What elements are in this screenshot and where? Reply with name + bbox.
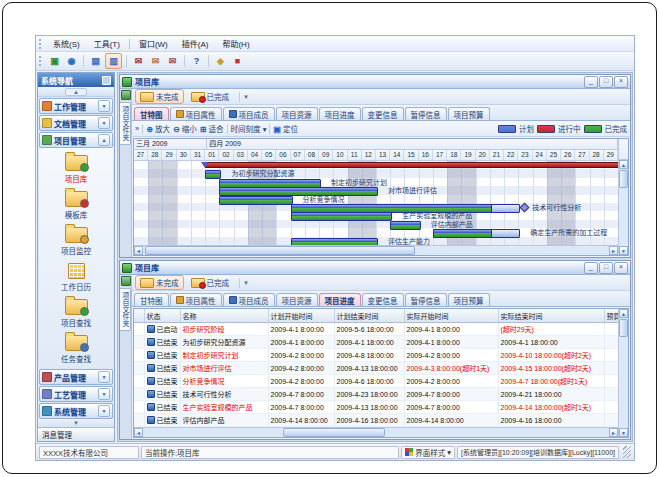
expand-icon[interactable]: ▼ — [98, 405, 110, 417]
table-row[interactable]: 已结束对市场进行评估2009-4-2 8:00:002009-4-13 18:0… — [134, 362, 618, 375]
folder-closed-icon[interactable]: ▤ — [88, 54, 103, 68]
gantt-bar[interactable] — [433, 229, 492, 238]
scroll-right-icon[interactable]: ► — [609, 428, 618, 437]
menu-item[interactable]: 系统(S) — [46, 37, 87, 50]
minimize-button[interactable]: _ — [584, 262, 598, 274]
menu-item[interactable]: 工具(T) — [87, 37, 127, 50]
tab-项目进度[interactable]: 项目进度 — [319, 107, 361, 120]
mail-new-icon[interactable]: ✉ — [165, 54, 180, 68]
gantt-bar[interactable] — [390, 221, 420, 230]
sidebar-group-项目管理[interactable]: 项目管理▲ — [39, 132, 113, 148]
scroll-thumb[interactable] — [283, 428, 386, 437]
time-scale-dropdown[interactable]: 时间刻度 ▾ — [231, 123, 267, 134]
sidebar-collapse[interactable]: ▲ — [38, 87, 114, 97]
tab-暂停信息[interactable]: 暂停信息 — [405, 293, 447, 306]
exit-icon[interactable]: ■ — [230, 54, 245, 68]
tab-项目进度[interactable]: 项目进度 — [319, 293, 361, 306]
sidebar-item-项目监控[interactable]: 项目监控 — [61, 223, 91, 256]
pin-icon[interactable] — [102, 76, 111, 85]
tab-变更信息[interactable]: 变更信息 — [362, 293, 404, 306]
filter-已完成[interactable]: 已完成 — [186, 275, 235, 290]
tab-甘特图[interactable]: 甘特图 — [134, 107, 169, 120]
workspace-icon[interactable]: ▣ — [47, 54, 62, 68]
fit-button[interactable]: ⊞ 适合 — [200, 123, 224, 134]
maximize-button[interactable]: □ — [599, 76, 613, 88]
close-button[interactable]: × — [614, 76, 628, 88]
table-window-titlebar[interactable]: 项目库 _ □ × — [120, 261, 630, 275]
zoom-in-button[interactable]: ⊕ 放大 — [146, 123, 170, 134]
tab-项目成员[interactable]: 项目成员 — [223, 293, 275, 306]
tab-甘特图[interactable]: 甘特图 — [134, 293, 169, 306]
globe-icon[interactable]: ◉ — [64, 54, 79, 68]
column-header-计划开始时间[interactable]: 计划开始时间 — [268, 309, 334, 323]
more-filters-icon[interactable]: ▼ — [243, 94, 249, 100]
sidebar-item-模板库[interactable]: 模板库 — [65, 187, 88, 220]
sidebar-overflow-chevron[interactable]: ▼ — [38, 419, 114, 427]
more-filters-icon[interactable]: ▼ — [243, 280, 249, 286]
gantt-grid[interactable]: 为初步研究分配资源制定初步研究计划对市场进行评估分析竞争情况技术可行性分析生产实… — [134, 161, 618, 245]
tab-变更信息[interactable]: 变更信息 — [362, 107, 404, 120]
expand-icon[interactable]: ▼ — [98, 388, 110, 400]
gantt-bar[interactable] — [219, 196, 292, 205]
tab-项目属性[interactable]: 项目属性 — [170, 293, 222, 306]
sidebar-group-产品管理[interactable]: 产品管理▼ — [39, 369, 113, 385]
tab-项目资源[interactable]: 项目资源 — [276, 293, 318, 306]
sidebar-group-系统管理[interactable]: 系统管理▼ — [39, 403, 113, 419]
column-header-实际开始时间[interactable]: 实际开始时间 — [404, 309, 498, 323]
sidebar-item-项目查找[interactable]: 项目查找 — [61, 295, 91, 328]
scroll-thumb[interactable] — [619, 319, 628, 337]
gantt-bar[interactable] — [291, 238, 378, 245]
filter-未完成[interactable]: 未完成 — [135, 275, 184, 290]
side-tab-project-folder[interactable]: 项目文件夹 — [120, 102, 131, 145]
tab-项目预算[interactable]: 项目预算 — [448, 107, 490, 120]
close-button[interactable]: × — [614, 262, 628, 274]
menu-item[interactable]: 窗口(W) — [132, 37, 175, 50]
table-row[interactable]: 已结束生产实验室规模的产品2009-4-7 8:00:002009-4-13 1… — [134, 401, 618, 414]
scroll-up-icon[interactable]: ▲ — [619, 309, 628, 318]
gantt-vscrollbar[interactable]: ▲ ▼ — [618, 139, 628, 255]
scroll-down-icon[interactable]: ▼ — [619, 246, 628, 255]
folder-open-icon[interactable]: ▥ — [105, 53, 122, 69]
gantt-bar[interactable] — [219, 187, 378, 196]
table-row[interactable]: 已结束制定初步研究计划2009-4-2 8:00:002009-4-8 18:0… — [134, 349, 618, 362]
sidebar-item-项目库[interactable]: 项目库 — [65, 151, 88, 184]
filter-已完成[interactable]: 已完成 — [186, 89, 235, 104]
expand-icon[interactable]: ▼ — [98, 100, 110, 112]
scroll-right-icon[interactable]: ► — [609, 246, 618, 255]
table-row[interactable]: 已结束评估内部产品2009-4-14 8:00:002009-4-16 18:0… — [134, 414, 618, 427]
tab-项目属性[interactable]: 项目属性 — [170, 107, 222, 120]
column-header-状态[interactable]: 状态 — [144, 309, 180, 323]
scroll-left-icon[interactable]: ◄ — [134, 246, 143, 255]
scroll-down-icon[interactable]: ▼ — [619, 428, 628, 437]
zoom-out-button[interactable]: ⊖ 缩小 — [173, 123, 197, 134]
expand-icon[interactable]: ▼ — [98, 371, 110, 383]
maximize-button[interactable]: □ — [599, 262, 613, 274]
scroll-left-icon[interactable]: ◄ — [134, 428, 143, 437]
lock-icon[interactable]: ◆ — [213, 54, 228, 68]
gantt-window-titlebar[interactable]: 项目库 _ □ × — [120, 75, 630, 89]
tab-暂停信息[interactable]: 暂停信息 — [405, 107, 447, 120]
locate-button[interactable]: ▣ 定位 — [273, 123, 298, 134]
table-row[interactable]: 已结束为初步研究分配资源2009-4-1 8:00:002009-4-1 18:… — [134, 336, 618, 349]
filter-未完成[interactable]: 未完成 — [135, 89, 184, 104]
column-header-indicator[interactable] — [134, 309, 144, 323]
menu-item[interactable]: 帮助(H) — [215, 37, 256, 50]
sidebar-tab-messages[interactable]: 消息管理 — [38, 427, 114, 441]
more-tools-button[interactable]: » — [135, 124, 139, 133]
sidebar-group-文档管理[interactable]: 文档管理▼ — [39, 115, 113, 131]
resize-grip[interactable] — [623, 446, 631, 458]
table-row[interactable]: 已结束技术可行性分析2009-4-7 8:00:002009-4-23 18:0… — [134, 388, 618, 401]
scroll-thumb[interactable] — [619, 170, 628, 188]
scroll-thumb[interactable] — [145, 246, 415, 255]
column-header-名称[interactable]: 名称 — [180, 309, 268, 323]
tab-项目预算[interactable]: 项目预算 — [448, 293, 490, 306]
ui-style-dropdown[interactable]: 界面样式 ▾ — [401, 446, 455, 459]
column-header-预算[interactable]: 预算 — [604, 309, 618, 323]
tab-项目资源[interactable]: 项目资源 — [276, 107, 318, 120]
collapse-icon[interactable]: ▲ — [98, 134, 110, 146]
sidebar-group-工艺管理[interactable]: 工艺管理▼ — [39, 386, 113, 402]
column-header-实际结束时间[interactable]: 实际结束时间 — [498, 309, 604, 323]
gantt-bar[interactable] — [291, 212, 393, 221]
gantt-hscrollbar[interactable]: ◄ ► — [134, 245, 618, 255]
tab-项目成员[interactable]: 项目成员 — [223, 107, 275, 120]
